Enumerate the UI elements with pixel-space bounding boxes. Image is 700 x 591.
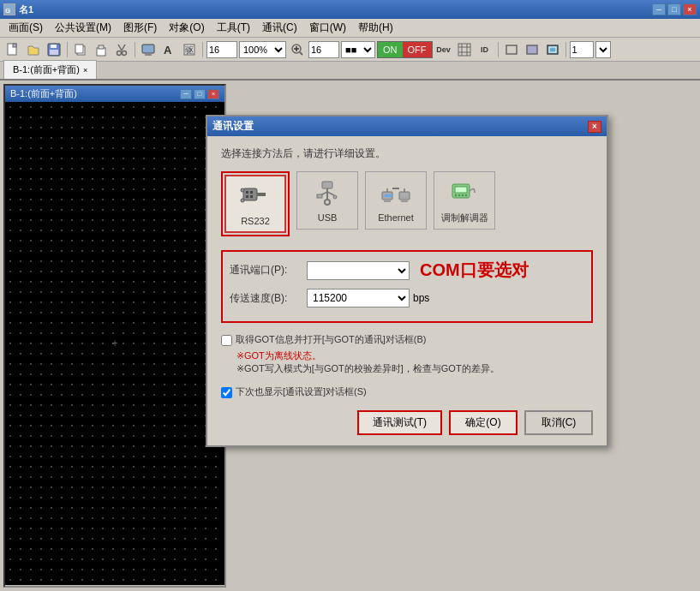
workspace: B-1:(前面+背面) ─ □ × + 通讯设置 × 选择连接方法后，请进行详细…: [0, 81, 700, 591]
tb-screen[interactable]: [139, 40, 158, 59]
close-btn[interactable]: ×: [683, 3, 697, 15]
dialog-close-btn[interactable]: ×: [588, 121, 601, 133]
port-select[interactable]: [307, 261, 410, 280]
baud-row: 传送速度(B): 115200 bps: [230, 289, 584, 307]
tb-rect2[interactable]: [523, 40, 541, 59]
tb-open[interactable]: [24, 40, 43, 59]
menu-object[interactable]: 对象(O): [164, 19, 209, 37]
ok-btn[interactable]: 确定(O): [449, 410, 518, 435]
menu-tools[interactable]: 工具(T): [212, 19, 255, 37]
tb-grid[interactable]: [455, 40, 474, 59]
tb-copy[interactable]: [71, 40, 90, 59]
zoom-input2[interactable]: 16: [308, 41, 339, 58]
tb-new[interactable]: [3, 40, 22, 59]
svg-rect-50: [399, 192, 410, 200]
conn-types: RS232: [221, 171, 593, 236]
menu-window[interactable]: 窗口(W): [304, 19, 351, 37]
svg-rect-51: [401, 200, 408, 202]
svg-rect-10: [99, 45, 104, 49]
menu-screen[interactable]: 画面(S): [3, 19, 48, 37]
svg-rect-35: [250, 191, 253, 194]
menu-comm[interactable]: 通讯(C): [257, 19, 302, 37]
svg-rect-49: [384, 200, 391, 202]
menu-draw[interactable]: 图形(F): [118, 19, 162, 37]
conn-type-modem[interactable]: 调制解调器: [434, 171, 495, 230]
rs232-selected-outline: RS232: [221, 171, 290, 236]
tb-text[interactable]: A: [159, 40, 178, 59]
tb-paste[interactable]: [92, 40, 111, 59]
usb-label: USB: [318, 212, 338, 223]
checkbox2-label: 下次也显示[通讯设置]对话框(S): [236, 385, 367, 398]
tb-id[interactable]: ID: [476, 40, 494, 59]
sep2: [135, 42, 135, 57]
minimize-btn[interactable]: ─: [652, 3, 666, 15]
cancel-btn[interactable]: 取消(C): [524, 410, 593, 435]
baud-select[interactable]: 115200: [307, 289, 410, 307]
svg-rect-3: [13, 44, 16, 47]
tab-bar: B-1:(前面+背面) ×: [0, 62, 700, 81]
svg-rect-16: [145, 54, 152, 56]
conn-type-rs232[interactable]: RS232: [224, 175, 286, 233]
conn-type-ethernet[interactable]: Ethernet: [365, 171, 427, 230]
checkbox1-row: 取得GOT信息并打开[与GOT的通讯]对话框(B): [221, 333, 593, 346]
app-title: 名1: [19, 3, 33, 16]
port-settings-outline: 通讯端口(P): COM口要选对 传送速度(B): 115200 bps: [221, 250, 593, 323]
checkbox2[interactable]: [221, 387, 232, 398]
modem-label: 调制解调器: [441, 212, 488, 224]
svg-text:G: G: [5, 7, 10, 15]
comm-settings-dialog: 通讯设置 × 选择连接方法后，请进行详细设置。: [206, 115, 608, 447]
toolbar: A 驱 16 100% 16 ■■ ON OFF Dev ID 1 ▼: [0, 38, 700, 62]
svg-rect-38: [257, 193, 266, 196]
ethernet-icon: [380, 178, 411, 209]
svg-rect-34: [246, 191, 248, 194]
tab-close-btn[interactable]: ×: [83, 66, 87, 75]
off-btn[interactable]: OFF: [403, 42, 432, 57]
menu-common[interactable]: 公共设置(M): [50, 19, 117, 37]
checkbox-section: 取得GOT信息并打开[与GOT的通讯]对话框(B) ※GOT为离线状态。 ※GO…: [221, 333, 593, 375]
tb-rect1[interactable]: [502, 40, 521, 59]
zoom-percent[interactable]: 100%: [239, 41, 286, 58]
dialog-body: 选择连接方法后，请进行详细设置。: [207, 136, 607, 445]
svg-point-43: [325, 200, 330, 205]
ethernet-label: Ethernet: [378, 212, 414, 223]
svg-point-12: [123, 51, 127, 55]
page-arrow[interactable]: ▼: [595, 41, 611, 58]
svg-point-58: [455, 194, 458, 196]
modem-icon: [449, 177, 480, 208]
zoom-input[interactable]: 16: [206, 41, 237, 58]
svg-point-39: [241, 188, 244, 192]
title-bar: G 名1 ─ □ ×: [0, 0, 700, 19]
svg-text:驱: 驱: [185, 45, 194, 55]
usb-icon: [312, 178, 343, 209]
svg-rect-15: [142, 45, 154, 53]
dialog-title-bar: 通讯设置 ×: [207, 116, 607, 136]
tb-save[interactable]: [45, 40, 63, 59]
svg-rect-41: [322, 182, 332, 188]
svg-line-13: [118, 45, 122, 51]
test-btn[interactable]: 通讯测试(T): [357, 410, 442, 435]
on-btn[interactable]: ON: [378, 42, 403, 57]
conn-type-usb[interactable]: USB: [296, 171, 358, 230]
dialog-overlay: 通讯设置 × 选择连接方法后，请进行详细设置。: [0, 81, 700, 591]
tb-zoom-in[interactable]: [288, 40, 307, 59]
sep1: [67, 42, 68, 57]
menu-help[interactable]: 帮助(H): [353, 19, 398, 37]
svg-rect-36: [246, 195, 248, 198]
tb-cut[interactable]: [112, 40, 131, 59]
checkbox1[interactable]: [221, 335, 232, 346]
svg-line-14: [122, 45, 125, 51]
com-hint: COM口要选对: [420, 259, 529, 282]
tb-rect3[interactable]: [543, 40, 562, 59]
tab-b1[interactable]: B-1:(前面+背面) ×: [3, 60, 97, 79]
baud-label: 传送速度(B):: [230, 291, 307, 306]
sep5: [565, 42, 566, 57]
port-label: 通讯端口(P):: [230, 263, 307, 278]
restore-btn[interactable]: □: [667, 3, 681, 15]
page-num[interactable]: 1: [570, 41, 594, 58]
checkbox2-row: 下次也显示[通讯设置]对话框(S): [221, 385, 593, 398]
svg-rect-45: [317, 194, 322, 198]
tb-dev[interactable]: Dev: [434, 40, 453, 59]
grid-select[interactable]: ■■: [341, 41, 375, 58]
tb-misc[interactable]: 驱: [180, 40, 199, 59]
svg-point-60: [462, 194, 464, 196]
